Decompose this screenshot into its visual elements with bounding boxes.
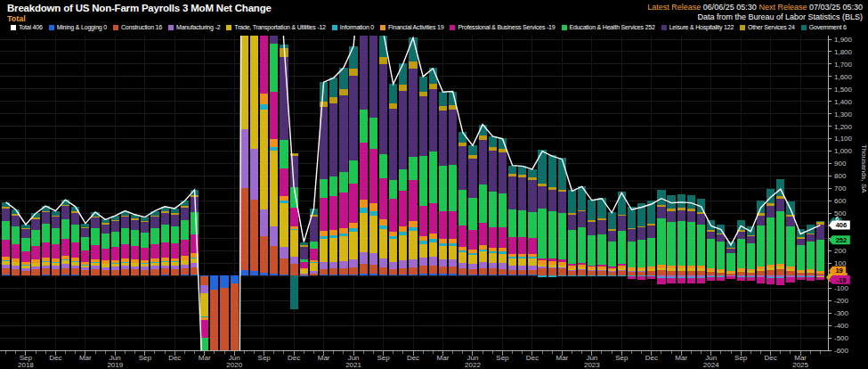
bar-segment[interactable]	[52, 275, 60, 276]
bar-segment[interactable]	[310, 271, 318, 274]
bar-segment[interactable]	[757, 216, 765, 226]
bar-segment[interactable]	[508, 258, 516, 266]
bar-segment[interactable]	[786, 277, 794, 283]
bar-segment[interactable]	[528, 258, 536, 266]
bar-segment[interactable]	[628, 242, 636, 268]
bar-segment[interactable]	[558, 213, 566, 259]
bar-segment[interactable]	[21, 229, 29, 238]
bar-segment[interactable]	[568, 271, 576, 276]
bar-segment[interactable]	[42, 224, 50, 242]
bar-segment[interactable]	[111, 232, 119, 247]
bar-segment[interactable]	[42, 261, 50, 262]
bar-segment[interactable]	[647, 275, 655, 276]
bar-segment[interactable]	[150, 269, 158, 275]
bar-segment[interactable]	[479, 250, 487, 252]
bar-segment[interactable]	[42, 266, 50, 269]
bar-segment[interactable]	[419, 244, 427, 258]
bar-segment[interactable]	[419, 96, 427, 156]
bar-segment[interactable]	[379, 226, 387, 229]
bar-segment[interactable]	[657, 268, 665, 271]
bar-segment[interactable]	[61, 219, 69, 239]
bar-segment[interactable]	[91, 262, 99, 263]
bar-segment[interactable]	[807, 277, 815, 281]
bar-segment[interactable]	[707, 277, 715, 281]
bar-segment[interactable]	[379, 57, 387, 64]
bar-segment[interactable]	[637, 226, 645, 228]
bar-segment[interactable]	[548, 258, 556, 261]
bar-segment[interactable]	[161, 268, 169, 275]
bar-segment[interactable]	[677, 194, 685, 208]
bar-segment[interactable]	[399, 232, 407, 235]
bar-segment[interactable]	[360, 252, 368, 264]
bar-segment[interactable]	[290, 264, 298, 275]
bar-segment[interactable]	[81, 266, 89, 268]
bar-segment[interactable]	[429, 234, 437, 239]
bar-segment[interactable]	[458, 275, 466, 276]
bar-segment[interactable]	[449, 274, 457, 275]
bar-segment[interactable]	[379, 267, 387, 275]
bar-segment[interactable]	[300, 262, 308, 267]
bar-segment[interactable]	[52, 269, 60, 275]
bar-segment[interactable]	[389, 236, 397, 239]
bar-segment[interactable]	[379, 64, 387, 154]
bar-segment[interactable]	[131, 230, 139, 246]
bar-segment[interactable]	[389, 269, 397, 275]
bar-segment[interactable]	[131, 220, 139, 231]
bar-segment[interactable]	[628, 267, 636, 269]
bar-segment[interactable]	[528, 180, 536, 212]
bar-segment[interactable]	[300, 269, 308, 270]
bar-segment[interactable]	[786, 266, 794, 269]
bar-segment[interactable]	[360, 143, 368, 199]
bar-segment[interactable]	[618, 270, 626, 271]
bar-segment[interactable]	[270, 92, 278, 139]
bar-segment[interactable]	[677, 208, 685, 210]
bar-segment[interactable]	[588, 222, 596, 235]
bar-segment[interactable]	[329, 262, 337, 269]
bar-segment[interactable]	[171, 275, 179, 276]
bar-segment[interactable]	[518, 237, 526, 253]
bar-segment[interactable]	[71, 213, 79, 225]
bar-segment[interactable]	[150, 258, 158, 262]
bar-segment[interactable]	[458, 252, 466, 262]
bar-segment[interactable]	[429, 257, 437, 265]
bar-segment[interactable]	[677, 221, 685, 265]
bar-segment[interactable]	[737, 272, 745, 275]
bar-segment[interactable]	[439, 92, 447, 105]
bar-segment[interactable]	[191, 212, 199, 234]
bar-segment[interactable]	[628, 271, 636, 272]
bar-segment[interactable]	[687, 278, 695, 284]
bar-segment[interactable]	[499, 149, 507, 152]
bar-segment[interactable]	[399, 91, 407, 169]
bar-segment[interactable]	[111, 275, 119, 276]
bar-segment[interactable]	[2, 265, 10, 268]
bar-segment[interactable]	[737, 271, 745, 273]
bar-segment[interactable]	[399, 85, 407, 91]
bar-segment[interactable]	[687, 266, 695, 268]
bar-segment[interactable]	[121, 244, 129, 258]
bar-segment[interactable]	[171, 243, 179, 258]
bar-segment[interactable]	[618, 266, 626, 268]
bar-segment[interactable]	[458, 247, 466, 250]
bar-segment[interactable]	[101, 267, 110, 270]
bar-segment[interactable]	[489, 192, 497, 226]
bar-segment[interactable]	[776, 278, 784, 285]
bar-segment[interactable]	[360, 110, 368, 143]
bar-segment[interactable]	[618, 192, 626, 214]
bar-segment[interactable]	[349, 69, 357, 76]
bar-segment[interactable]	[429, 242, 437, 257]
bar-segment[interactable]	[240, 270, 248, 276]
bar-segment[interactable]	[329, 78, 337, 97]
bar-segment[interactable]	[181, 265, 189, 268]
bar-segment[interactable]	[597, 275, 605, 276]
bar-segment[interactable]	[657, 278, 665, 284]
bar-segment[interactable]	[449, 239, 457, 243]
bar-segment[interactable]	[231, 275, 239, 283]
bar-segment[interactable]	[369, 203, 377, 211]
bar-segment[interactable]	[647, 226, 655, 239]
bar-segment[interactable]	[578, 269, 586, 270]
bar-segment[interactable]	[757, 277, 765, 278]
bar-segment[interactable]	[339, 234, 347, 236]
bar-segment[interactable]	[538, 266, 546, 267]
bar-segment[interactable]	[409, 69, 417, 157]
bar-segment[interactable]	[280, 168, 288, 196]
